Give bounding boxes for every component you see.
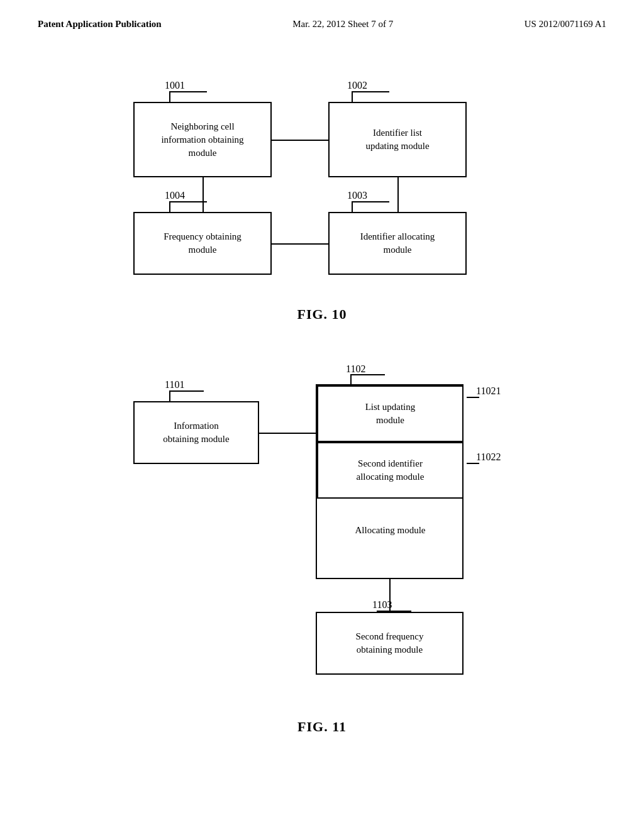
id-1004: 1004 (165, 190, 185, 201)
box-1003: Identifier allocating module (328, 212, 467, 275)
id-1003: 1003 (347, 190, 367, 201)
page-content: 1001 1002 1004 1003 Neighboring cell inf… (0, 36, 644, 760)
id-1101: 1101 (165, 379, 184, 390)
page-header: Patent Application Publication Mar. 22, … (0, 0, 644, 36)
fig11-label: FIG. 11 (50, 719, 594, 735)
fig10-diagram: 1001 1002 1004 1003 Neighboring cell inf… (102, 61, 542, 300)
id-11021: 11021 (476, 385, 501, 397)
box-1101: Information obtaining module (133, 401, 259, 464)
box-11022: Second identifier allocating module (317, 442, 464, 499)
box-1004: Frequency obtaining module (133, 212, 272, 275)
box-1001: Neighboring cell information obtaining m… (133, 102, 272, 177)
publication-label: Patent Application Publication (38, 19, 162, 30)
patent-number-label: US 2012/0071169 A1 (525, 19, 606, 30)
id-1001: 1001 (165, 80, 185, 91)
fig10-label: FIG. 10 (50, 306, 594, 323)
box-1103: Second frequency obtaining module (316, 612, 464, 675)
box-1002: Identifier list updating module (328, 102, 467, 177)
id-11022: 11022 (476, 451, 501, 463)
box-1102-outer: List updating module Second identifier a… (316, 384, 464, 579)
date-sheet-label: Mar. 22, 2012 Sheet 7 of 7 (292, 19, 393, 30)
fig11-diagram: 1101 1102 11021 11022 1103 Information o… (102, 348, 542, 712)
id-1102: 1102 (346, 363, 365, 375)
box-allocating: Allocating module (317, 505, 464, 555)
id-1002: 1002 (347, 80, 367, 91)
box-11021: List updating module (317, 385, 464, 442)
